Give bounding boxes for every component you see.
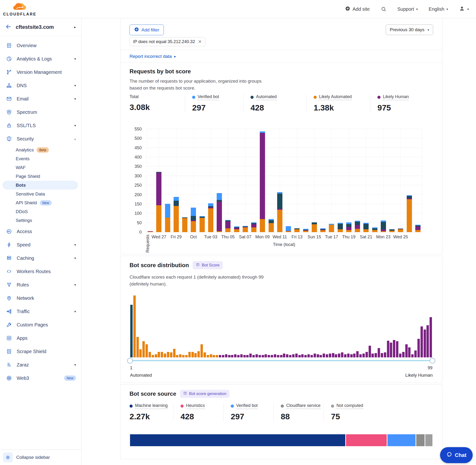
- bar-0: [148, 231, 153, 232]
- sidebar-item-speed[interactable]: Speed▾: [0, 238, 81, 252]
- date-range-dropdown[interactable]: Previous 30 days ▾: [386, 24, 433, 35]
- sidebar-item-label: Apps: [17, 336, 76, 341]
- bar-segment-automated: [338, 224, 343, 230]
- stat-label[interactable]: Verified bot: [236, 403, 258, 409]
- sidebar-item-analytics-logs[interactable]: Analytics & Logs▾: [0, 52, 81, 65]
- sidebar-item-events[interactable]: Events: [2, 154, 78, 163]
- sidebar-item-version-management[interactable]: Version Management: [0, 65, 81, 79]
- sidebar-item-spectrum[interactable]: Spectrum: [0, 106, 81, 119]
- slider-handle-max[interactable]: [430, 358, 435, 364]
- sidebar-item-apps[interactable]: Apps: [0, 331, 81, 345]
- histogram-bar-68: [335, 354, 337, 357]
- version-icon: [6, 69, 12, 75]
- search-icon[interactable]: [381, 6, 386, 12]
- chevron-down-icon: ▾: [467, 7, 469, 11]
- report-incorrect-data-link[interactable]: Report incorrect data ▸: [129, 50, 176, 63]
- sidebar-item-label: Web3: [17, 375, 61, 381]
- bar-segment-likely-human: [217, 202, 222, 231]
- beta-badge: Beta: [37, 147, 49, 153]
- sidebar-item-ddos[interactable]: DDoS: [2, 207, 78, 216]
- bar-segment-verified-bot: [208, 203, 213, 206]
- stat-label[interactable]: Automated: [256, 94, 277, 100]
- support-menu[interactable]: Support ▾: [397, 6, 418, 12]
- language-label: English: [429, 6, 444, 12]
- account-menu[interactable]: ▾: [459, 5, 469, 13]
- sidebar-item-page-shield[interactable]: Page Shield: [2, 172, 78, 181]
- chevron-right-icon[interactable]: ▸: [74, 25, 76, 29]
- stat-total: Total3.08k: [129, 94, 185, 112]
- stat-label[interactable]: Not computed: [337, 403, 363, 409]
- sidebar-item-dns[interactable]: DNS▾: [0, 79, 81, 92]
- sidebar-item-workers-routes[interactable]: Workers Routes: [0, 265, 81, 278]
- sidebar-item-rules[interactable]: Rules▾: [0, 278, 81, 291]
- stat-label[interactable]: Machine learning: [135, 403, 168, 409]
- add-site-button[interactable]: Add site: [345, 6, 370, 12]
- histogram-bar-14: [170, 352, 172, 357]
- automated-end-label: Automated: [130, 373, 152, 378]
- stat-label[interactable]: Heuristics: [186, 403, 205, 409]
- bot-score-badge[interactable]: Bot Score: [193, 261, 223, 269]
- sidebar-item-api-shield[interactable]: API ShieldNew: [2, 198, 78, 207]
- sidebar-item-ssl-tls[interactable]: SSL/TLS▾: [0, 119, 81, 132]
- sidebar-item-label: Sensitive Data: [16, 191, 45, 197]
- sidebar-item-security[interactable]: Security▴: [0, 132, 81, 146]
- sidebar-item-waf[interactable]: WAF: [2, 163, 78, 172]
- score-range-slider-track[interactable]: [130, 360, 433, 361]
- sidebar-item-scrape-shield[interactable]: Scrape Shield: [0, 345, 81, 358]
- sidebar-item-traffic[interactable]: Traffic▾: [0, 305, 81, 318]
- bar-segment-likely-automated: [243, 227, 248, 232]
- bar-segment-verified-bot: [286, 226, 291, 231]
- sidebar-item-network[interactable]: Network: [0, 291, 81, 305]
- bar-7: [208, 203, 213, 232]
- histogram-bar-58: [304, 355, 307, 357]
- sidebar-item-label: Security: [17, 136, 74, 142]
- site-name[interactable]: cftestsite3.com: [16, 24, 74, 30]
- sidebar-item-access[interactable]: Access: [0, 225, 81, 238]
- sidebar-item-security-analytics[interactable]: AnalyticsBeta: [2, 146, 78, 154]
- gridline-vertical: [331, 129, 332, 232]
- slider-handle-min[interactable]: [127, 358, 133, 364]
- stat-label[interactable]: Likely Human: [383, 94, 409, 100]
- sidebar-item-email[interactable]: Email▾: [0, 92, 81, 106]
- filter-chip[interactable]: IP does not equal 35.212.240.32 ✕: [129, 37, 205, 46]
- sidebar-item-label: Speed: [17, 242, 74, 248]
- sidebar-item-overview[interactable]: Overview: [0, 39, 81, 52]
- add-filter-button[interactable]: Add filter: [129, 24, 164, 35]
- gridline-vertical: [422, 129, 423, 232]
- back-arrow-icon[interactable]: [5, 24, 11, 31]
- bar-5: [191, 208, 196, 232]
- sidebar-item-web3[interactable]: Web3New: [0, 371, 81, 385]
- chevron-down-icon: ▾: [74, 124, 76, 127]
- histogram-bar-32: [225, 354, 227, 357]
- cloudflare-logo[interactable]: CLOUDFLARE: [5, 2, 35, 16]
- access-icon: [6, 229, 12, 234]
- collapse-sidebar-button[interactable]: Collapse sidebar: [0, 450, 81, 465]
- histogram-bar-47: [271, 355, 273, 357]
- close-icon[interactable]: ✕: [198, 39, 202, 44]
- stat-label[interactable]: Likely Automated: [319, 94, 352, 100]
- histogram-bar-64: [323, 354, 325, 357]
- stat-label[interactable]: Cloudflare service: [286, 403, 320, 409]
- histogram-bar-88: [396, 341, 398, 357]
- y-tick-label: 250: [127, 183, 142, 188]
- source-segment-verified-bot: [387, 434, 415, 446]
- sidebar-item-bots[interactable]: Bots: [2, 181, 78, 190]
- sidebar-item-caching[interactable]: Caching▾: [0, 252, 81, 265]
- histogram-bar-33: [228, 355, 231, 357]
- sidebar-item-label: Network: [17, 296, 76, 301]
- sidebar-item-custom-pages[interactable]: Custom Pages: [0, 318, 81, 331]
- sidebar-item-sensitive-data[interactable]: Sensitive Data: [2, 190, 78, 198]
- histogram-bar-60: [310, 355, 313, 357]
- sidebar-item-zaraz[interactable]: Zaraz▾: [0, 358, 81, 371]
- chat-button[interactable]: Chat: [440, 447, 473, 463]
- language-menu[interactable]: English ▾: [429, 6, 448, 12]
- security-icon: [6, 136, 12, 142]
- spectrum-icon: [6, 109, 12, 115]
- bot-score-generation-badge[interactable]: Bot score generation: [180, 390, 230, 398]
- stat-label[interactable]: Verified bot: [198, 94, 219, 100]
- x-axis-title: Time (local): [146, 242, 422, 247]
- badge-label: Bot score generation: [189, 391, 226, 396]
- sidebar-item-settings[interactable]: Settings: [2, 216, 78, 225]
- histogram-bar-80: [371, 354, 374, 357]
- bar-segment-likely-automated: [251, 227, 256, 232]
